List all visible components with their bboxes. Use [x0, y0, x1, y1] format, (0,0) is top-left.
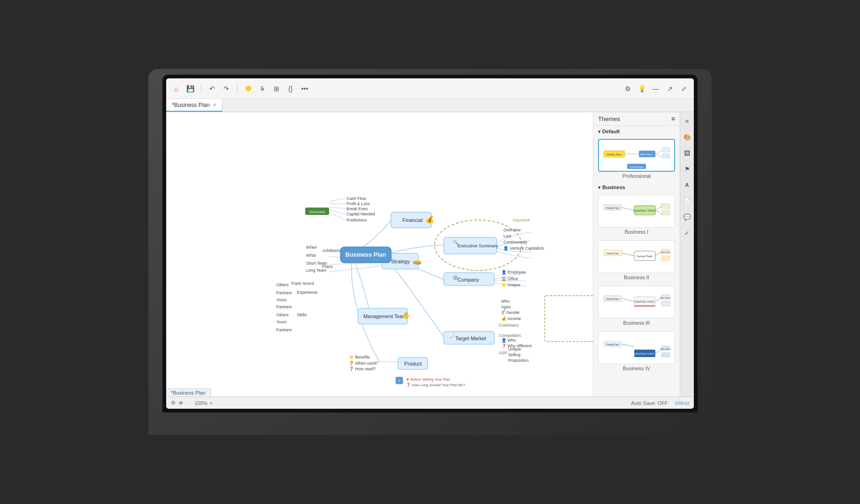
svg-line-24 [329, 266, 382, 272]
screen-bezel: ⌂ 💾 ↶ ↷ 🟡 S̶ ⊞ {} ••• ⚙ 💡 — ↗ ⤢ [162, 75, 698, 412]
undo-icon[interactable]: ↶ [207, 84, 217, 94]
business3-preview[interactable]: Floating Topic CENTRAL TOPIC Main Topic … [598, 286, 675, 319]
tab-label: *Business Plan [172, 102, 210, 108]
paint-icon[interactable]: 🎨 [682, 132, 692, 142]
filter-icon-status[interactable]: ⚙ [171, 400, 176, 406]
svg-text:Profit & Loss: Profit & Loss [346, 201, 370, 206]
theme-business-2[interactable]: Floating Topic Central Topic Main Topic [593, 237, 680, 283]
check-icon[interactable]: ✓ [682, 228, 692, 238]
canvas[interactable]: Important Summary Cash Flow [166, 112, 593, 397]
svg-line-115 [622, 344, 634, 347]
expand-icon[interactable]: ⤢ [679, 84, 689, 94]
business4-preview[interactable]: Floating Topic CENTRAL TOPIC Main Topic … [598, 331, 675, 364]
svg-line-87 [622, 207, 634, 210]
product-label: Product [404, 361, 422, 367]
svg-text:★ Before Writing Your Plan: ★ Before Writing Your Plan [406, 377, 450, 382]
svg-text:Floating Topic: Floating Topic [606, 344, 619, 346]
svg-text:⚥ Gender: ⚥ Gender [501, 310, 520, 315]
separator-status: — [186, 400, 192, 406]
svg-rect-92 [661, 204, 670, 208]
home-icon[interactable]: ⌂ [171, 84, 181, 94]
tab-close-icon[interactable]: ✕ [213, 102, 216, 107]
sep1 [201, 84, 201, 93]
svg-text:Floating Topic: Floating Topic [607, 153, 622, 156]
filter-icon[interactable]: ⚙ [622, 84, 633, 94]
svg-text:Continuously: Continuously [503, 240, 527, 244]
business2-preview[interactable]: Floating Topic Central Topic Main Topic [598, 240, 675, 273]
theme-business-3[interactable]: Floating Topic CENTRAL TOPIC Main Topic … [593, 283, 680, 328]
svg-text:🏠 Office: 🏠 Office [501, 276, 518, 282]
zoom-add-icon[interactable]: + [209, 400, 212, 406]
flag-icon[interactable]: ⚑ [682, 164, 692, 174]
svg-text:👤 Who: 👤 Who [501, 337, 516, 343]
professional-preview[interactable]: Floating Topic Main Topic 1 Cen [598, 139, 675, 172]
minus-icon[interactable]: — [651, 84, 661, 94]
sheet-tab[interactable]: *Business Plan [166, 389, 211, 397]
section-business[interactable]: Business [593, 182, 680, 192]
tab-business-plan[interactable]: *Business Plan ✕ [166, 99, 223, 112]
summary-label: Summary [309, 210, 325, 214]
doc-icon[interactable]: 📄 [682, 196, 692, 206]
photo-icon[interactable]: 🖼 [682, 148, 692, 158]
comment-icon[interactable]: 💬 [682, 212, 692, 222]
strategy-label: Strategy [391, 259, 410, 264]
svg-line-96 [622, 253, 634, 256]
svg-text:Predictions: Predictions [346, 218, 367, 222]
svg-text:Overview: Overview [503, 228, 521, 232]
svg-text:USP: USP [499, 351, 507, 355]
svg-rect-102 [661, 256, 670, 260]
svg-text:Last: Last [503, 234, 511, 238]
svg-rect-81 [662, 147, 670, 152]
brand-label: XMind [675, 400, 689, 406]
themes-title: Themes [598, 115, 620, 122]
color-icon[interactable]: 🟡 [243, 84, 253, 94]
svg-text:Unique: Unique [508, 347, 521, 351]
image-icon[interactable]: ⊞ [271, 84, 282, 94]
central-label: Business Plan [346, 252, 386, 258]
svg-text:Partners: Partners [276, 328, 292, 332]
svg-text:CENTRAL TOPIC: CENTRAL TOPIC [633, 209, 656, 212]
more-icon[interactable]: ••• [299, 84, 310, 94]
code-icon[interactable]: {} [285, 84, 296, 94]
business1-preview[interactable]: Floating Topic CENTRAL TOPIC [598, 195, 675, 228]
theme-professional[interactable]: Floating Topic Main Topic 1 Cen [593, 136, 680, 182]
svg-text:Main Topic 1: Main Topic 1 [640, 153, 653, 156]
themes-icon[interactable]: ≡ [682, 116, 692, 126]
svg-text:👤 Venture Capitalists: 👤 Venture Capitalists [503, 245, 544, 251]
svg-rect-93 [661, 210, 670, 215]
screen: ⌂ 💾 ↶ ↷ 🟡 S̶ ⊞ {} ••• ⚙ 💡 — ↗ ⤢ [166, 78, 694, 409]
svg-text:Plans: Plans [322, 264, 333, 269]
svg-text:Main Topic: Main Topic [661, 251, 670, 253]
svg-text:Floating Topic: Floating Topic [606, 252, 619, 255]
share-icon[interactable]: ↗ [665, 84, 675, 94]
save-icon[interactable]: 💾 [185, 84, 195, 94]
svg-text:Capital Needed: Capital Needed [346, 212, 375, 216]
mindmap-svg: Important Summary Cash Flow [166, 112, 593, 397]
svg-rect-1 [545, 296, 593, 342]
svg-text:💰: 💰 [425, 215, 435, 224]
redo-icon[interactable]: ↷ [221, 84, 231, 94]
svg-text:Partners: Partners [276, 305, 292, 309]
executive-summary-label: Executive Summary [458, 243, 499, 248]
business4-label: Business IV [598, 366, 675, 371]
strikethrough-icon[interactable]: S̶ [257, 84, 268, 94]
view-icon-status[interactable]: 👁 [178, 400, 184, 406]
financial-label: Financial [402, 217, 422, 223]
svg-text:Floating Topic: Floating Topic [606, 298, 619, 300]
svg-text:Yours: Yours [276, 298, 287, 302]
important-label: Important [513, 218, 530, 222]
svg-text:Central Topic: Central Topic [637, 255, 653, 258]
panel-header: Themes ≡ [593, 112, 680, 126]
svg-text:Others: Others [276, 283, 289, 287]
svg-rect-121 [661, 352, 670, 357]
theme-business-1[interactable]: Floating Topic CENTRAL TOPIC [593, 192, 680, 237]
text-icon[interactable]: A [682, 180, 692, 190]
svg-text:❓ How used?: ❓ How used? [349, 366, 376, 372]
panel-menu-icon[interactable]: ≡ [671, 115, 675, 122]
svg-text:Main Topic 1: Main Topic 1 [660, 297, 671, 299]
theme-business-4[interactable]: Floating Topic CENTRAL TOPIC Main Topic … [593, 328, 680, 374]
section-default[interactable]: Default [593, 126, 680, 136]
svg-text:❓ How Long Should Your Plan Be: ❓ How Long Should Your Plan Be? [406, 382, 465, 387]
lightbulb-icon[interactable]: 💡 [637, 84, 647, 94]
svg-text:❓ When used?: ❓ When used? [349, 360, 378, 366]
